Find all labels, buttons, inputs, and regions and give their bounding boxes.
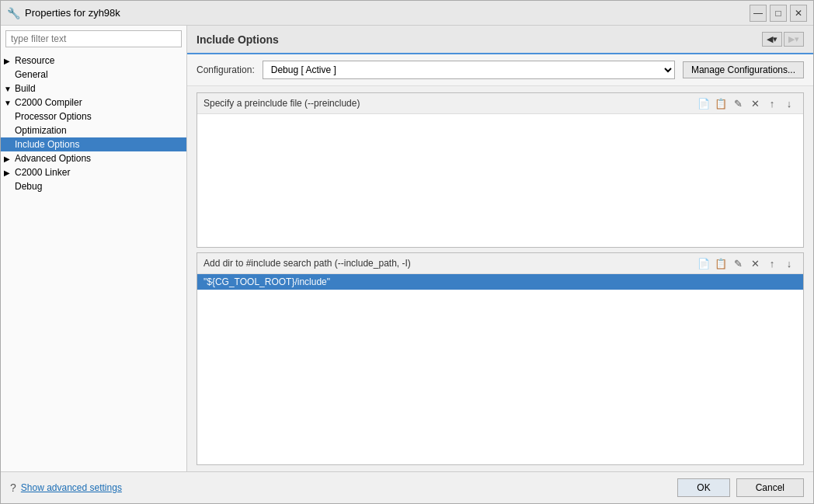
minimize-button[interactable]: — xyxy=(750,5,767,22)
preinclude-actions: 📄 📋 ✎ ✕ ↑ ↓ xyxy=(696,96,797,110)
includepath-section-title: Add dir to #include search path (--inclu… xyxy=(204,258,411,269)
manage-configurations-button[interactable]: Manage Configurations... xyxy=(683,61,804,78)
includepath-delete-button[interactable]: ✕ xyxy=(747,256,763,270)
left-panel: ▶ResourceGeneral▼Build▼C2000 CompilerPro… xyxy=(1,26,187,471)
main-window: 🔧 Properties for zyh98k — □ ✕ ▶ResourceG… xyxy=(0,0,814,504)
preinclude-up-button[interactable]: ↑ xyxy=(764,96,780,110)
preinclude-delete-button[interactable]: ✕ xyxy=(747,96,763,110)
title-controls: — □ ✕ xyxy=(750,5,807,22)
tree-item-general[interactable]: General xyxy=(1,68,186,82)
title-bar: 🔧 Properties for zyh98k — □ ✕ xyxy=(1,1,813,26)
nav-forward-button[interactable]: ▶▾ xyxy=(784,32,804,47)
includepath-add-dir-button[interactable]: 📄 xyxy=(696,256,711,270)
includepath-up-button[interactable]: ↑ xyxy=(764,256,780,270)
config-row: Configuration: Debug [ Active ] Manage C… xyxy=(187,54,813,86)
tree-item-advancedoptions[interactable]: ▶Advanced Options xyxy=(1,151,186,165)
close-button[interactable]: ✕ xyxy=(790,5,807,22)
window-title: Properties for zyh98k xyxy=(25,7,120,19)
tree-item-optimization[interactable]: Optimization xyxy=(1,123,186,137)
preinclude-list xyxy=(197,114,803,247)
ok-button[interactable]: OK xyxy=(677,478,729,497)
help-icon[interactable]: ? xyxy=(10,481,16,494)
nav-buttons: ◀▾ ▶▾ xyxy=(762,32,804,47)
includepath-list: "${CG_TOOL_ROOT}/include" xyxy=(197,274,803,464)
includepath-section: Add dir to #include search path (--inclu… xyxy=(197,252,804,465)
bottom-left: ? Show advanced settings xyxy=(10,481,122,494)
tree-item-resource[interactable]: ▶Resource xyxy=(1,54,186,68)
includepath-down-button[interactable]: ↓ xyxy=(781,256,797,270)
config-label: Configuration: xyxy=(197,64,255,75)
preinclude-section-title: Specify a preinclude file (--preinclude) xyxy=(204,98,360,109)
content-area: ▶ResourceGeneral▼Build▼C2000 CompilerPro… xyxy=(1,26,813,471)
filter-input[interactable] xyxy=(5,30,182,47)
nav-back-button[interactable]: ◀▾ xyxy=(762,32,782,47)
preinclude-down-button[interactable]: ↓ xyxy=(781,96,797,110)
includepath-section-header: Add dir to #include search path (--inclu… xyxy=(197,253,803,274)
right-header: Include Options ◀▾ ▶▾ xyxy=(187,26,813,54)
show-advanced-settings-link[interactable]: Show advanced settings xyxy=(21,482,122,493)
tree-item-c2000compiler[interactable]: ▼C2000 Compiler xyxy=(1,96,186,109)
bottom-bar: ? Show advanced settings OK Cancel xyxy=(1,471,813,503)
panel-title: Include Options xyxy=(197,33,279,46)
tree-item-processoroptions[interactable]: Processor Options xyxy=(1,109,186,123)
includepath-actions: 📄 📋 ✎ ✕ ↑ ↓ xyxy=(696,256,797,270)
tree: ▶ResourceGeneral▼Build▼C2000 CompilerPro… xyxy=(1,52,186,471)
preinclude-edit-button[interactable]: ✎ xyxy=(730,96,746,110)
preinclude-section-header: Specify a preinclude file (--preinclude)… xyxy=(197,93,803,114)
tree-item-includeoptions[interactable]: Include Options xyxy=(1,137,186,151)
sections-container: Specify a preinclude file (--preinclude)… xyxy=(187,86,813,471)
tree-item-c2000linker[interactable]: ▶C2000 Linker xyxy=(1,165,186,179)
preinclude-add-file-button[interactable]: 📄 xyxy=(696,96,711,110)
tree-item-debug[interactable]: Debug xyxy=(1,179,186,193)
right-panel: Include Options ◀▾ ▶▾ Configuration: Deb… xyxy=(187,26,813,471)
title-bar-left: 🔧 Properties for zyh98k xyxy=(7,7,120,19)
cancel-button[interactable]: Cancel xyxy=(736,478,804,497)
list-item[interactable]: "${CG_TOOL_ROOT}/include" xyxy=(197,274,803,290)
maximize-button[interactable]: □ xyxy=(770,5,787,22)
preinclude-add-variable-button[interactable]: 📋 xyxy=(713,96,729,110)
window-icon: 🔧 xyxy=(7,7,20,19)
bottom-right: OK Cancel xyxy=(677,478,804,497)
preinclude-section: Specify a preinclude file (--preinclude)… xyxy=(197,92,804,248)
includepath-edit-button[interactable]: ✎ xyxy=(730,256,746,270)
config-select[interactable]: Debug [ Active ] xyxy=(263,61,675,79)
includepath-add-variable-button[interactable]: 📋 xyxy=(713,256,729,270)
tree-item-build[interactable]: ▼Build xyxy=(1,82,186,96)
